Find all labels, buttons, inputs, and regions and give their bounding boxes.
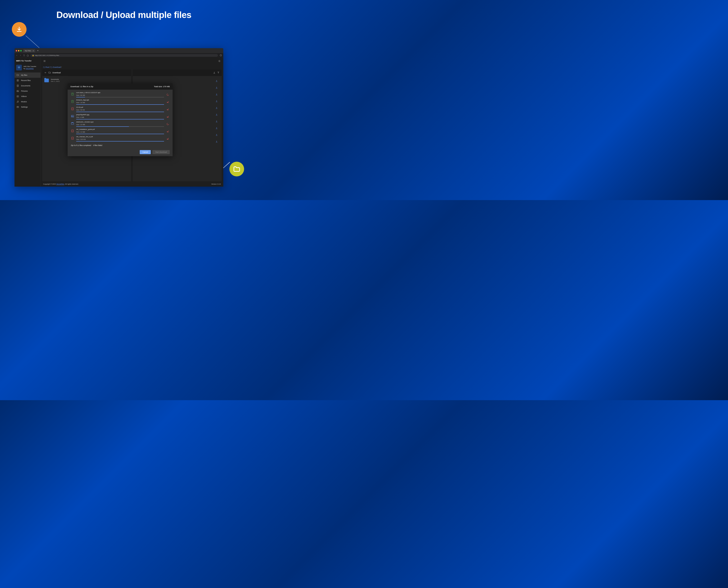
- nav-home-icon[interactable]: [27, 54, 29, 56]
- sidebar-item-pictures[interactable]: Pictures: [15, 88, 40, 94]
- browser-tab[interactable]: My Files×: [23, 49, 35, 52]
- sidebar-item-label: Documents: [21, 85, 31, 87]
- svg-text:PDF: PDF: [72, 131, 73, 131]
- download-icon[interactable]: [215, 120, 218, 123]
- svg-point-10: [219, 61, 220, 62]
- svg-text:PDF: PDF: [72, 138, 73, 139]
- file-type-icon: PDF: [71, 128, 74, 133]
- new-tab-button[interactable]: +: [36, 49, 40, 52]
- breadcrumb: Root/ Download/: [41, 65, 223, 69]
- list-item[interactable]: documents Mar 3, 2023: [44, 78, 129, 84]
- check-icon: [166, 108, 169, 111]
- sidebar-item-videos[interactable]: Videos: [15, 94, 40, 99]
- progress-bar: [76, 134, 164, 134]
- sidebar-icon: [17, 101, 19, 103]
- download-status-icon: [166, 115, 169, 118]
- sidebar-icon: [17, 106, 19, 108]
- nav-forward-icon[interactable]: [19, 54, 21, 56]
- sidebar: WiFi File Transfer WiFi File Transfer by…: [15, 58, 41, 187]
- progress-bar: [76, 119, 164, 120]
- download-icon[interactable]: [215, 140, 218, 143]
- app-title: WiFi File Transfer: [15, 58, 40, 64]
- vendor-link[interactable]: TECHPRO: [26, 68, 34, 69]
- extensions-icon[interactable]: [220, 54, 222, 57]
- download-row: com.waze_4.69.0.0-1022147.apkSize: 86 MB: [67, 90, 173, 98]
- check-icon: [166, 130, 169, 133]
- check-icon: [166, 101, 169, 103]
- start-download-button[interactable]: Start download: [153, 150, 170, 154]
- browser-urlbar: 🔒http://192.168.1.4:1234/#/my-files: [15, 53, 223, 58]
- download-status-icon: [166, 100, 169, 104]
- sidebar-item-label: Pictures: [21, 90, 28, 92]
- download-icon[interactable]: [215, 86, 218, 89]
- sidebar-item-documents[interactable]: Documents: [15, 83, 40, 88]
- download-row: peqs29gvlkl51.jpgSize: 4 MB: [67, 112, 173, 120]
- download-file-name: Amazon_App.apk: [76, 99, 164, 101]
- sidebar-item-settings[interactable]: Settings: [15, 104, 40, 110]
- download-file-size: Size: 86 MB: [76, 94, 164, 96]
- sidebar-item-my-files[interactable]: My files: [15, 72, 40, 78]
- download-icon[interactable]: [215, 113, 218, 116]
- tab-close-icon[interactable]: ×: [33, 50, 34, 52]
- download-file-name: mb_manual_xhd_e.pdf: [76, 136, 164, 138]
- download-file-size: Size: 315 KB: [76, 139, 164, 140]
- sidebar-icon: [17, 79, 19, 82]
- progress-bar: [76, 112, 164, 112]
- window-controls[interactable]: [16, 50, 22, 51]
- download-modal: Download: 11 files in a Zip Total size: …: [67, 83, 173, 156]
- sidebar-icon: [17, 85, 19, 87]
- back-icon[interactable]: [44, 71, 47, 74]
- progress-bar: [76, 97, 164, 98]
- url-input[interactable]: 🔒http://192.168.1.4:1234/#/my-files: [31, 54, 218, 57]
- modal-status: Zip 8 of 11 files completed 0 files fail…: [67, 143, 173, 148]
- download-file-name: mb_installation_guide.pdf: [76, 128, 164, 130]
- nav-reload-icon[interactable]: [23, 54, 25, 56]
- browser-tabbar: My Files× +: [15, 48, 223, 53]
- sidebar-item-label: Videos: [21, 95, 26, 98]
- svg-rect-9: [17, 106, 19, 108]
- browser-window: My Files× + 🔒http://192.168.1.4:1234/#/m…: [15, 48, 223, 187]
- sidebar-icon: [17, 90, 19, 92]
- sidebar-item-label: Musics: [21, 101, 27, 103]
- nav-back-icon[interactable]: [16, 54, 18, 56]
- app-shell: WiFi File Transfer WiFi File Transfer by…: [15, 58, 223, 187]
- download-row: 20221221_191402.mp4Size: 22 MB: [67, 120, 173, 127]
- download-icon[interactable]: [215, 107, 218, 109]
- theme-toggle[interactable]: [218, 60, 221, 63]
- spinner-icon: [166, 123, 169, 125]
- breadcrumb-link[interactable]: Root: [45, 66, 49, 68]
- brand-name: WiFi File Transfer: [23, 65, 36, 68]
- folder-icon: [48, 71, 51, 74]
- footer: Copyright © 2023 TECHPRO. All rights res…: [41, 181, 223, 187]
- app-brand: WiFi File Transfer by TECHPRO: [15, 64, 40, 72]
- download-icon[interactable]: [215, 127, 218, 129]
- download-status-icon: [166, 137, 169, 140]
- download-file-size: Size: 58 KB: [76, 109, 164, 111]
- download-all-icon[interactable]: [213, 71, 216, 74]
- sidebar-item-recent-files[interactable]: Recent files: [15, 78, 40, 83]
- svg-point-0: [220, 55, 222, 56]
- download-icon[interactable]: [215, 133, 218, 136]
- vendor-link[interactable]: TECHPRO: [56, 183, 64, 185]
- file-type-icon: PDF: [71, 136, 74, 140]
- download-badge: [12, 22, 26, 37]
- sidebar-item-label: Recent files: [21, 79, 31, 82]
- hamburger-button[interactable]: [43, 60, 46, 63]
- upload-icon[interactable]: [217, 71, 220, 74]
- download-icon[interactable]: [215, 100, 218, 103]
- download-icon[interactable]: [215, 93, 218, 96]
- marketing-title: Download / Upload multiple files: [0, 10, 248, 20]
- download-file-name: 22-03.pdf: [76, 106, 164, 108]
- folder-icon: [43, 66, 45, 68]
- folder-name: documents: [51, 78, 60, 80]
- file-type-icon: [71, 121, 74, 126]
- sidebar-item-musics[interactable]: Musics: [15, 99, 40, 104]
- cancel-button[interactable]: Cancel: [140, 150, 151, 154]
- sidebar-icon: [17, 95, 19, 98]
- sidebar-item-label: My files: [21, 74, 27, 76]
- svg-point-8: [18, 102, 18, 102]
- breadcrumb-link[interactable]: Download: [53, 66, 61, 68]
- folder-icon: [44, 79, 49, 82]
- download-icon[interactable]: [215, 80, 218, 82]
- download-status-icon: [166, 108, 169, 111]
